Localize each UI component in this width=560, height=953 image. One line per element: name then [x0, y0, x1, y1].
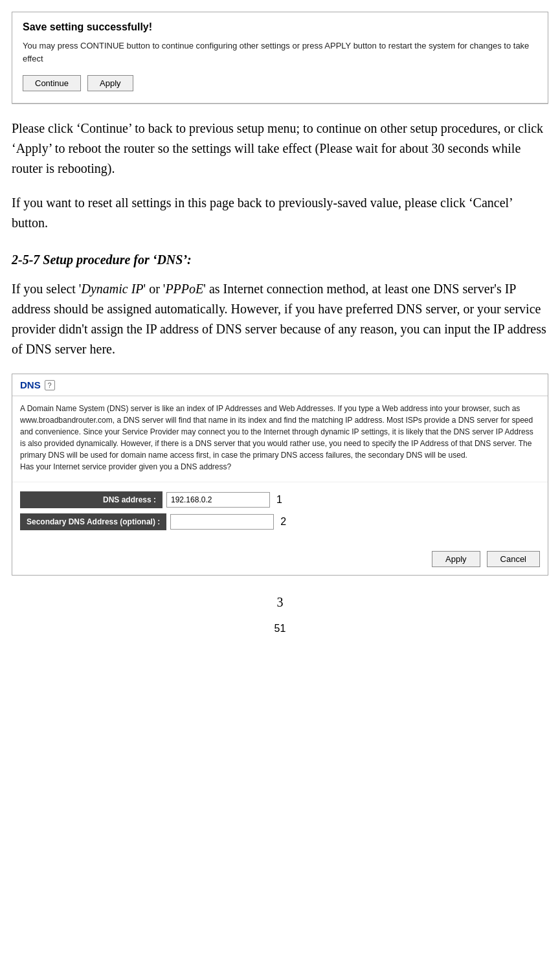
- secondary-dns-input[interactable]: [170, 514, 274, 530]
- dns-panel-description: A Domain Name System (DNS) server is lik…: [12, 396, 548, 482]
- section-title: 2-5-7 Setup procedure for ‘DNS’:: [12, 252, 548, 267]
- dns-panel-title: DNS: [20, 379, 41, 390]
- page-number: 51: [0, 623, 560, 634]
- secondary-dns-label: Secondary DNS Address (optional) :: [20, 513, 166, 530]
- dns-description-paragraph: If you select 'Dynamic IP' or 'PPPoE' as…: [12, 279, 548, 359]
- top-button-row: Continue Apply: [23, 75, 537, 91]
- dns-address-input[interactable]: [166, 492, 270, 508]
- continue-button[interactable]: Continue: [23, 75, 81, 91]
- dns-panel: DNS ? A Domain Name System (DNS) server …: [12, 374, 548, 576]
- success-title: Save setting successfully!: [23, 21, 537, 33]
- cancel-button-dns[interactable]: Cancel: [487, 551, 540, 567]
- number-3-label: 3: [12, 595, 548, 610]
- dns-form: DNS address : 1 Secondary DNS Address (o…: [12, 482, 548, 544]
- success-message: You may press CONTINUE button to continu…: [23, 39, 537, 65]
- secondary-dns-row: Secondary DNS Address (optional) : 2: [20, 513, 540, 530]
- intro-paragraph: Please click ‘Continue’ to back to previ…: [12, 118, 548, 179]
- main-content: Please click ‘Continue’ to back to previ…: [0, 104, 560, 610]
- dns-panel-header: DNS ?: [12, 374, 548, 396]
- dns-badge-1: 1: [276, 494, 282, 506]
- dns-address-label: DNS address :: [20, 491, 162, 508]
- dns-button-row: Apply Cancel: [12, 544, 548, 575]
- save-success-box: Save setting successfully! You may press…: [12, 12, 548, 104]
- dynamic-ip-italic: Dynamic IP: [81, 282, 143, 296]
- dns-address-row: DNS address : 1: [20, 491, 540, 508]
- reset-paragraph: If you want to reset all settings in thi…: [12, 193, 548, 233]
- dns-badge-2: 2: [280, 516, 286, 528]
- help-icon[interactable]: ?: [45, 380, 55, 390]
- apply-button-top[interactable]: Apply: [87, 75, 133, 91]
- pppoe-italic: PPPoE: [165, 282, 203, 296]
- apply-button-dns[interactable]: Apply: [432, 551, 480, 567]
